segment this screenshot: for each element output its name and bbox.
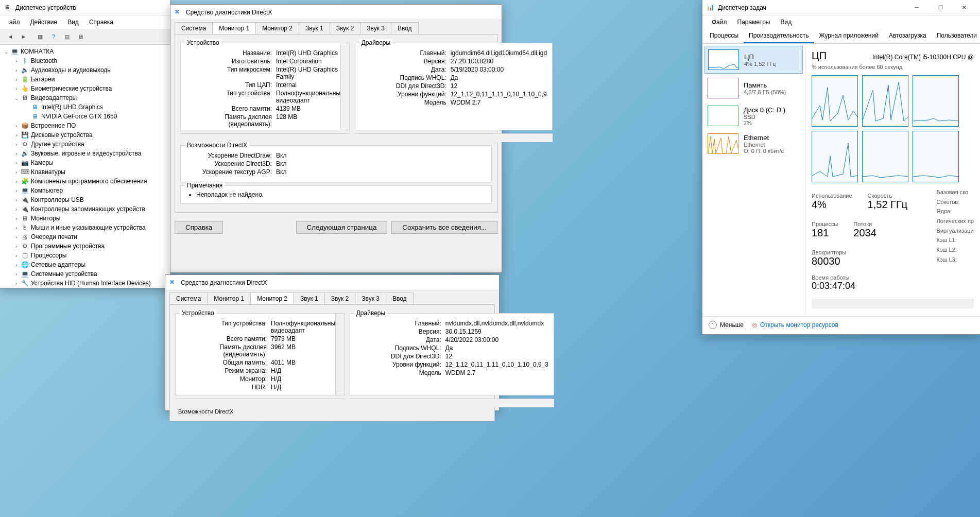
property-row: Ускорение DirectDraw:Вкл [186,152,486,159]
scrollbar[interactable] [335,314,344,395]
tree-root[interactable]: ⌄💻КОМНАТКА [2,47,168,56]
next-page-button[interactable]: Следующая страница [296,221,388,234]
tb-showhide[interactable]: ▦ [34,31,46,42]
titlebar[interactable]: 🖥 Диспетчер устройств [0,0,170,15]
tab-performance[interactable]: Производительность [744,29,814,43]
sidebar-item-net[interactable]: EthernetEthernetО: 0 П: 0 кбит/с [704,130,803,157]
menu-view[interactable]: Вид [62,16,84,28]
core-graph[interactable] [812,75,858,127]
mini-graph [708,133,738,154]
property-row: Уровни функций:12_1,12_0,11_1,11_0,10_1,… [355,361,548,368]
tree-category[interactable]: ›⚙Другие устройства [12,140,168,149]
core-graph[interactable] [812,131,858,182]
sidebar-item-mem[interactable]: Память4,5/7,8 ГБ (58%) [704,75,803,101]
tree-category[interactable]: ›🧩Компоненты программного обеспечения [12,177,168,186]
tree-category[interactable]: ›ᛒBluetooth [12,56,168,65]
minimize-button[interactable]: ─ [905,0,929,15]
hscrollbar[interactable] [175,399,345,407]
side-stat: Кэш L1: [937,235,974,245]
tab-sound3[interactable]: Звук 3 [355,292,386,304]
titlebar[interactable]: ✖ Средство диагностики DirectX [170,5,502,20]
tab-monitor2[interactable]: Монитор 2 [250,292,294,304]
hscrollbar[interactable] [355,133,553,142]
tree-category[interactable]: ›💻Системные устройства [12,269,168,279]
tree-category[interactable]: ›🔌Контроллеры запоминающих устройств [12,204,168,214]
tree-category[interactable]: ›🔧Устройства HID (Human Interface Device… [12,279,168,288]
menu-file[interactable]: айл [4,16,25,28]
close-button[interactable]: ✕ [952,0,976,15]
tab-apphistory[interactable]: Журнал приложений [814,29,884,43]
menu-file[interactable]: Файл [707,16,732,28]
tb-back[interactable]: ◄ [4,31,16,42]
tab-monitor2[interactable]: Монитор 2 [255,22,299,34]
tab-processes[interactable]: Процессы [704,29,744,43]
performance-sidebar: ЦП4% 1,52 ГГц Память4,5/7,8 ГБ (58%) Дис… [702,44,805,316]
property-row: Версия:27.20.100.8280 [360,58,547,65]
tb-fwd[interactable]: ► [18,31,30,42]
maximize-button[interactable]: ☐ [929,0,952,15]
mini-graph [708,49,739,70]
button-row: Справка Следующая страница Сохранить все… [170,217,502,238]
tab-startup[interactable]: Автозагрузка [884,29,932,43]
save-all-button[interactable]: Сохранить все сведения... [391,221,497,234]
legend: Устройство [180,309,216,317]
tree-category[interactable]: ›🔌Контроллеры USB [12,195,168,204]
core-graph[interactable] [862,131,908,182]
hscrollbar[interactable] [812,300,974,308]
tab-monitor1[interactable]: Монитор 1 [212,22,256,34]
titlebar[interactable]: ✖ Средство диагностики DirectX [165,275,499,290]
core-graph[interactable] [913,75,959,127]
tb-scan[interactable]: ▤ [61,31,73,42]
menu-view[interactable]: Вид [775,16,797,28]
scrollbar[interactable] [340,43,349,130]
tree-category[interactable]: ›👆Биометрические устройства [12,84,168,93]
titlebar[interactable]: 📊 Диспетчер задач ─ ☐ ✕ [702,0,980,15]
menu-action[interactable]: Действие [25,16,62,28]
tree-category[interactable]: ›⚙Программные устройства [12,242,168,251]
tab-input[interactable]: Ввод [386,292,414,304]
tree-category[interactable]: ›🖥Мониторы [12,214,168,223]
tb-monitor[interactable]: 🖥 [74,31,87,42]
tab-input[interactable]: Ввод [391,22,419,34]
tree-category[interactable]: ›🔋Батареи [12,75,168,84]
tree-category[interactable]: ›🔊Звуковые, игровые и видеоустройства [12,149,168,158]
open-resource-monitor-link[interactable]: ◎ Открыть монитор ресурсов [752,321,838,329]
tree-device[interactable]: 🖥Intel(R) UHD Graphics [23,102,168,112]
fewer-details-link[interactable]: ⌃ Меньше [709,321,744,329]
tb-help[interactable]: ? [47,31,60,42]
tree-category[interactable]: ›💾Дисковые устройства [12,130,168,140]
side-stat: Логических пр [937,216,974,226]
tab-system[interactable]: Система [175,22,213,34]
menu-help[interactable]: Справка [84,16,118,28]
tree-category[interactable]: ›⌨Клавиатуры [12,167,168,177]
sidebar-item-disk[interactable]: Диск 0 (C: D:)SSD2% [704,102,803,129]
tab-users[interactable]: Пользователи [932,29,980,43]
tree-category[interactable]: ›🖨Очереди печати [12,232,168,242]
tree-category[interactable]: ›▢Процессоры [12,251,168,260]
tab-monitor1[interactable]: Монитор 1 [207,292,251,304]
tab-sound1[interactable]: Звук 1 [294,292,325,304]
tree-category[interactable]: ⌄🖥Видеоадаптеры [12,93,168,102]
tree-category[interactable]: ›🌐Сетевые адаптеры [12,260,168,269]
property-row: Тип устройства:Полнофункциональный видео… [186,90,344,104]
tree-device[interactable]: 🖥NVIDIA GeForce GTX 1650 [23,112,168,121]
tab-strip: Система Монитор 1 Монитор 2 Звук 1 Звук … [170,20,502,34]
hscrollbar[interactable] [350,399,554,407]
tree-category[interactable]: ›🖱Мыши и иные указывающие устройства [12,223,168,232]
sidebar-item-cpu[interactable]: ЦП4% 1,52 ГГц [704,46,803,74]
tree-category[interactable]: ›🔈Аудиовходы и аудиовыходы [12,65,168,75]
core-graph[interactable] [862,75,908,127]
tab-sound2[interactable]: Звук 2 [330,22,361,34]
tab-sound3[interactable]: Звук 3 [360,22,391,34]
device-tree[interactable]: ⌄💻КОМНАТКА›ᛒBluetooth›🔈Аудиовходы и ауди… [0,45,170,290]
tree-category[interactable]: ›💻Компьютер [12,186,168,195]
hscrollbar[interactable] [180,133,350,142]
tab-system[interactable]: Система [169,292,208,304]
tree-category[interactable]: ›📷Камеры [12,158,168,167]
tree-category[interactable]: ›📦Встроенное ПО [12,121,168,130]
help-button[interactable]: Справка [175,221,223,234]
tab-sound1[interactable]: Звук 1 [299,22,330,34]
tab-sound2[interactable]: Звук 2 [324,292,356,304]
menu-options[interactable]: Параметры [732,16,776,28]
core-graph[interactable] [913,131,959,182]
